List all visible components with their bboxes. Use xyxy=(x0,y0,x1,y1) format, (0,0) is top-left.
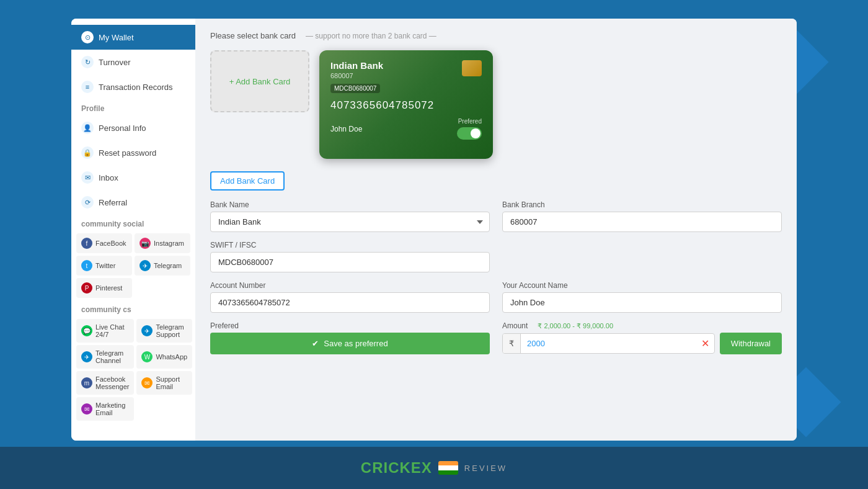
preferred-toggle[interactable] xyxy=(457,127,482,140)
card-chip-icon xyxy=(462,60,482,76)
facebook-messenger-icon: m xyxy=(81,377,92,388)
select-bank-label: Please select bank card xyxy=(210,31,296,40)
community-cs-grid: 💬 Live Chat 24/7 ✈ Telegram Support ✈ Te… xyxy=(71,316,195,423)
community-btn-whatsapp[interactable]: W WhatsApp xyxy=(136,345,192,369)
account-name-label: Your Account Name xyxy=(502,281,782,290)
twitter-icon: t xyxy=(81,260,92,271)
personal-info-icon: 👤 xyxy=(81,122,94,134)
livechat-icon: 💬 xyxy=(81,325,92,336)
bank-name-select[interactable]: Indian Bank xyxy=(210,212,490,232)
card-holder-name: John Doe xyxy=(330,125,362,133)
sidebar-item-inbox[interactable]: ✉ Inbox xyxy=(71,165,195,190)
facebook-icon: f xyxy=(81,238,92,249)
bank-name-group: Bank Name Indian Bank xyxy=(210,200,490,232)
brand-logo: CRICKEX xyxy=(361,459,432,477)
whatsapp-icon: W xyxy=(141,351,153,362)
community-btn-facebook[interactable]: f FaceBook xyxy=(76,233,132,253)
swift-label: SWIFT / IFSC xyxy=(210,241,490,249)
card-preferred-area: Prefered xyxy=(457,118,482,140)
bank-form: Bank Name Indian Bank Bank Branch SWIFT … xyxy=(210,200,782,313)
sidebar-item-transactions[interactable]: ≡ Transaction Records xyxy=(71,74,195,99)
amount-label: Amount xyxy=(502,321,528,330)
currency-symbol: ₹ xyxy=(503,334,521,353)
card-number: 4073365604785072 xyxy=(330,99,482,112)
community-btn-marketing-email[interactable]: ✉ Marketing Email xyxy=(76,397,134,421)
community-btn-telegram-support[interactable]: ✈ Telegram Support xyxy=(136,319,192,343)
credit-card: Indian Bank 680007 MDCB0680007 407336560… xyxy=(319,50,493,159)
account-number-input[interactable] xyxy=(210,292,490,313)
bank-branch-input[interactable] xyxy=(502,212,782,232)
bank-branch-group: Bank Branch xyxy=(502,200,782,232)
wallet-icon: ⊙ xyxy=(81,31,94,43)
transaction-icon: ≡ xyxy=(81,81,94,93)
bottom-row: Prefered ✔ Save as preferred Amount ₹ 2,… xyxy=(210,321,782,354)
amount-range: ₹ 2,000.00 - ₹ 99,000.00 xyxy=(538,322,613,330)
save-preferred-button[interactable]: ✔ Save as preferred xyxy=(210,333,490,354)
amount-input-box: ₹ ✕ xyxy=(502,333,715,354)
card-branch: 680007 xyxy=(330,72,482,79)
marketing-email-icon: ✉ xyxy=(81,403,92,415)
community-btn-support-email[interactable]: ✉ Support Email xyxy=(136,371,192,395)
telegram-support-icon: ✈ xyxy=(141,325,153,336)
profile-section-title: Profile xyxy=(71,99,195,115)
account-name-input[interactable] xyxy=(502,292,782,313)
amount-clear-icon[interactable]: ✕ xyxy=(696,334,714,353)
sidebar-item-turnover[interactable]: ↻ Turnover xyxy=(71,50,195,74)
brand-sub: REVIEW xyxy=(464,464,507,473)
amount-header: Amount ₹ 2,000.00 - ₹ 99,000.00 xyxy=(502,321,782,330)
pinterest-icon: P xyxy=(81,282,92,294)
main-container: ⊙ My Wallet ↻ Turnover ≡ Transaction Rec… xyxy=(71,19,797,441)
amount-input[interactable] xyxy=(521,334,696,353)
sidebar-item-reset-password[interactable]: 🔒 Reset password xyxy=(71,140,195,165)
swift-input[interactable] xyxy=(210,252,490,272)
community-btn-pinterest[interactable]: P Pinterest xyxy=(76,278,132,298)
flag-orange-stripe xyxy=(438,461,458,465)
footer: CRICKEX REVIEW xyxy=(0,447,868,489)
brand-name: CRICKEX xyxy=(361,459,432,476)
account-number-label: Account Number xyxy=(210,281,490,290)
flag-white-stripe xyxy=(438,465,458,470)
add-card-text: + Add Bank Card xyxy=(229,77,291,86)
community-btn-instagram[interactable]: 📷 Instagram xyxy=(135,233,190,253)
sidebar-item-referral[interactable]: ⟳ Referral xyxy=(71,190,195,215)
community-btn-livechat[interactable]: 💬 Live Chat 24/7 xyxy=(76,319,134,343)
instagram-icon: 📷 xyxy=(140,238,151,249)
amount-input-row: ₹ ✕ Withdrawal xyxy=(502,333,782,354)
community-btn-telegram-channel[interactable]: ✈ Telegram Channel xyxy=(76,345,134,369)
preferred-form-label: Prefered xyxy=(210,321,490,330)
account-name-group: Your Account Name xyxy=(502,281,782,313)
community-btn-telegram[interactable]: ✈ Telegram xyxy=(135,256,190,276)
telegram-icon: ✈ xyxy=(140,260,151,271)
preferred-section: Prefered ✔ Save as preferred xyxy=(210,321,490,354)
checkmark-icon: ✔ xyxy=(312,339,319,348)
preferred-label: Prefered xyxy=(458,118,482,125)
india-flag xyxy=(438,461,458,475)
main-content: Please select bank card — support no mor… xyxy=(195,19,797,441)
bank-name-label: Bank Name xyxy=(210,200,490,209)
bank-branch-label: Bank Branch xyxy=(502,200,782,209)
community-social-title: community social xyxy=(71,215,195,231)
swift-group: SWIFT / IFSC xyxy=(210,241,490,272)
community-btn-facebook-messenger[interactable]: m Facebook Messenger xyxy=(76,371,134,395)
card-bank-name: Indian Bank xyxy=(330,60,482,71)
community-btn-twitter[interactable]: t Twitter xyxy=(76,256,132,276)
card-ifsc: MDCB0680007 xyxy=(330,84,380,93)
account-number-group: Account Number xyxy=(210,281,490,313)
reset-password-icon: 🔒 xyxy=(81,146,94,159)
sidebar-item-personal-info[interactable]: 👤 Personal Info xyxy=(71,115,195,140)
sidebar: ⊙ My Wallet ↻ Turnover ≡ Transaction Rec… xyxy=(71,19,195,441)
inbox-icon: ✉ xyxy=(81,171,94,184)
community-social-grid: f FaceBook 📷 Instagram t Twitter ✈ Teleg… xyxy=(71,231,195,300)
community-cs-title: community cs xyxy=(71,300,195,316)
support-email-icon: ✉ xyxy=(141,377,153,388)
withdrawal-button[interactable]: Withdrawal xyxy=(720,333,782,354)
sidebar-item-wallet[interactable]: ⊙ My Wallet xyxy=(71,25,195,50)
card-bottom: John Doe Prefered xyxy=(330,118,482,140)
referral-icon: ⟳ xyxy=(81,196,94,209)
flag-green-stripe xyxy=(438,470,458,475)
add-bank-card-button[interactable]: Add Bank Card xyxy=(210,171,285,191)
bank-cards-row: + Add Bank Card Indian Bank 680007 MDCB0… xyxy=(210,50,782,159)
support-note: — support no more than 2 bank card — xyxy=(306,32,436,40)
add-card-box[interactable]: + Add Bank Card xyxy=(210,50,309,112)
section-header: Please select bank card — support no mor… xyxy=(210,31,782,40)
